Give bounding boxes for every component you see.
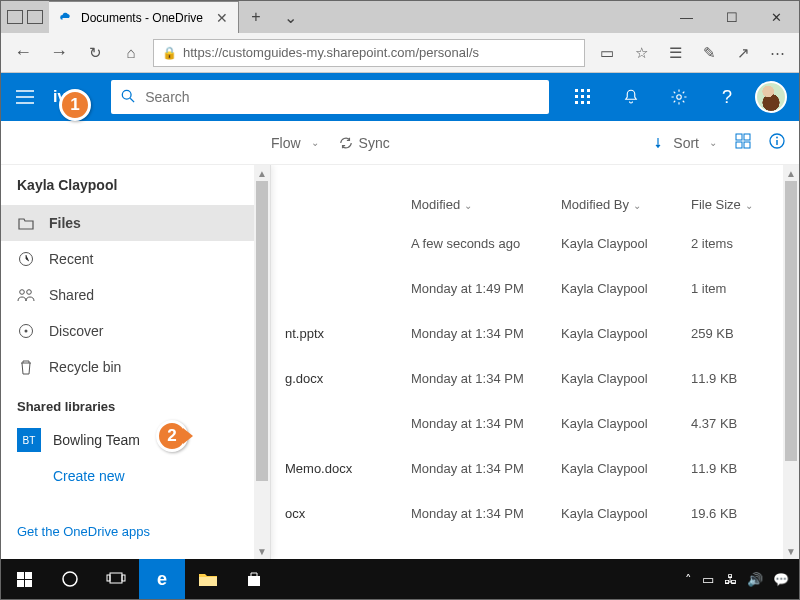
help-icon: ? [722, 87, 732, 108]
get-apps-link[interactable]: Get the OneDrive apps [17, 520, 254, 543]
scroll-up-icon[interactable]: ▲ [254, 165, 270, 181]
svg-rect-13 [744, 134, 750, 140]
search-box[interactable] [111, 80, 549, 114]
forward-button[interactable]: → [45, 39, 73, 67]
table-row[interactable]: Monday at 1:34 PMKayla Claypool4.37 KB [271, 400, 799, 445]
column-headers: Modified⌄ Modified By⌄ File Size⌄ [271, 165, 799, 220]
taskbar-store[interactable] [231, 559, 277, 599]
flow-button[interactable]: Flow ⌄ [271, 135, 319, 151]
home-button[interactable]: ⌂ [117, 39, 145, 67]
scroll-down-icon[interactable]: ▼ [783, 543, 799, 559]
sidebar-item-recycle-bin[interactable]: Recycle bin [1, 349, 270, 385]
user-avatar[interactable] [755, 81, 787, 113]
search-input[interactable] [145, 89, 539, 105]
start-button[interactable] [1, 559, 47, 599]
notes-button[interactable]: ✎ [695, 39, 723, 67]
gear-icon [670, 88, 688, 106]
network-icon[interactable]: 🖧 [724, 572, 737, 587]
windows-logo-icon [17, 572, 32, 587]
sidebar-scrollbar[interactable]: ▲ ▼ [254, 165, 270, 559]
clock-icon [17, 251, 35, 267]
svg-rect-9 [581, 101, 584, 104]
modified-cell: Monday at 1:49 PM [411, 281, 561, 296]
refresh-button[interactable]: ↻ [81, 39, 109, 67]
system-tray: ˄ ▭ 🖧 🔊 💬 [685, 572, 799, 587]
app-launcher-button[interactable] [563, 73, 603, 121]
task-view-button[interactable] [93, 559, 139, 599]
tab-set-aside-icon[interactable] [7, 10, 23, 24]
table-row[interactable]: g.docxMonday at 1:34 PMKayla Claypool11.… [271, 355, 799, 400]
column-file-size[interactable]: File Size⌄ [691, 197, 791, 212]
chevron-down-icon: ⌄ [633, 200, 641, 211]
svg-rect-5 [575, 95, 578, 98]
scrollbar-thumb[interactable] [256, 181, 268, 481]
more-button[interactable]: ⋯ [763, 39, 791, 67]
sort-button[interactable]: Sort ⌄ [655, 135, 717, 151]
info-pane-button[interactable] [769, 133, 785, 152]
scrollbar-thumb[interactable] [785, 181, 797, 461]
file-name-cell: ocx [271, 506, 411, 521]
modified-cell: Monday at 1:34 PM [411, 416, 561, 431]
favorites-hub-button[interactable]: ☰ [661, 39, 689, 67]
sidebar-item-files[interactable]: Files [1, 205, 270, 241]
nav-hamburger-button[interactable] [1, 73, 49, 121]
action-center-icon[interactable]: 💬 [773, 572, 789, 587]
flow-label: Flow [271, 135, 301, 151]
create-new-library-link[interactable]: Create new [1, 460, 270, 492]
new-tab-button[interactable]: + [239, 1, 273, 33]
view-toggle-button[interactable] [735, 133, 751, 152]
close-window-button[interactable]: ✕ [754, 1, 799, 33]
chevron-down-icon: ⌄ [311, 137, 319, 148]
favorite-button[interactable]: ☆ [627, 39, 655, 67]
taskbar-edge[interactable]: e [139, 559, 185, 599]
sidebar-item-shared[interactable]: Shared [1, 277, 270, 313]
svg-rect-2 [575, 89, 578, 92]
maximize-button[interactable]: ☐ [709, 1, 754, 33]
table-row[interactable]: A few seconds agoKayla Claypool2 items [271, 220, 799, 265]
shared-library-bowling-team[interactable]: BT Bowling Team [1, 420, 270, 460]
settings-button[interactable] [659, 73, 699, 121]
notifications-button[interactable] [611, 73, 651, 121]
url-field[interactable]: 🔒 https://customguides-my.sharepoint.com… [153, 39, 585, 67]
share-button[interactable]: ↗ [729, 39, 757, 67]
table-row[interactable]: Memo.docxMonday at 1:34 PMKayla Claypool… [271, 445, 799, 490]
svg-point-24 [63, 572, 77, 586]
table-row[interactable]: nt.pptxMonday at 1:34 PMKayla Claypool25… [271, 310, 799, 355]
volume-icon[interactable]: 🔊 [747, 572, 763, 587]
column-modified[interactable]: Modified⌄ [411, 197, 561, 212]
minimize-button[interactable]: — [664, 1, 709, 33]
column-modified-by[interactable]: Modified By⌄ [561, 197, 691, 212]
file-size-cell: 11.9 KB [691, 371, 791, 386]
cortana-button[interactable] [47, 559, 93, 599]
table-row[interactable]: ocxMonday at 1:34 PMKayla Claypool19.6 K… [271, 490, 799, 535]
help-button[interactable]: ? [707, 73, 747, 121]
svg-rect-25 [110, 573, 122, 583]
back-button[interactable]: ← [9, 39, 37, 67]
main-scrollbar[interactable]: ▲ ▼ [783, 165, 799, 559]
onedrive-header: ive ? [1, 73, 799, 121]
hamburger-icon [16, 90, 34, 104]
chevron-down-icon: ⌄ [464, 200, 472, 211]
sidebar-item-discover[interactable]: Discover [1, 313, 270, 349]
battery-icon[interactable]: ▭ [702, 572, 714, 587]
tabs-preview-icon[interactable] [27, 10, 43, 24]
cortana-icon [61, 570, 79, 588]
sync-button[interactable]: Sync [339, 135, 390, 151]
tray-expand-icon[interactable]: ˄ [685, 572, 692, 587]
tab-menu-button[interactable]: ⌄ [273, 1, 307, 33]
edge-icon: e [157, 569, 167, 590]
close-tab-icon[interactable]: ✕ [216, 10, 228, 26]
sidebar-item-recent[interactable]: Recent [1, 241, 270, 277]
trash-icon [17, 359, 35, 375]
sort-icon [655, 137, 667, 149]
navigation-panel: Kayla Claypool Files Recent Shared Disco… [1, 165, 271, 559]
table-row[interactable]: Monday at 1:49 PMKayla Claypool1 item [271, 265, 799, 310]
scroll-down-icon[interactable]: ▼ [254, 543, 270, 559]
browser-address-bar: ← → ↻ ⌂ 🔒 https://customguides-my.sharep… [1, 33, 799, 73]
browser-tab[interactable]: Documents - OneDrive ✕ [49, 1, 239, 33]
discover-icon [17, 323, 35, 339]
reading-view-button[interactable]: ▭ [593, 39, 621, 67]
file-size-cell: 259 KB [691, 326, 791, 341]
taskbar-file-explorer[interactable] [185, 559, 231, 599]
scroll-up-icon[interactable]: ▲ [783, 165, 799, 181]
